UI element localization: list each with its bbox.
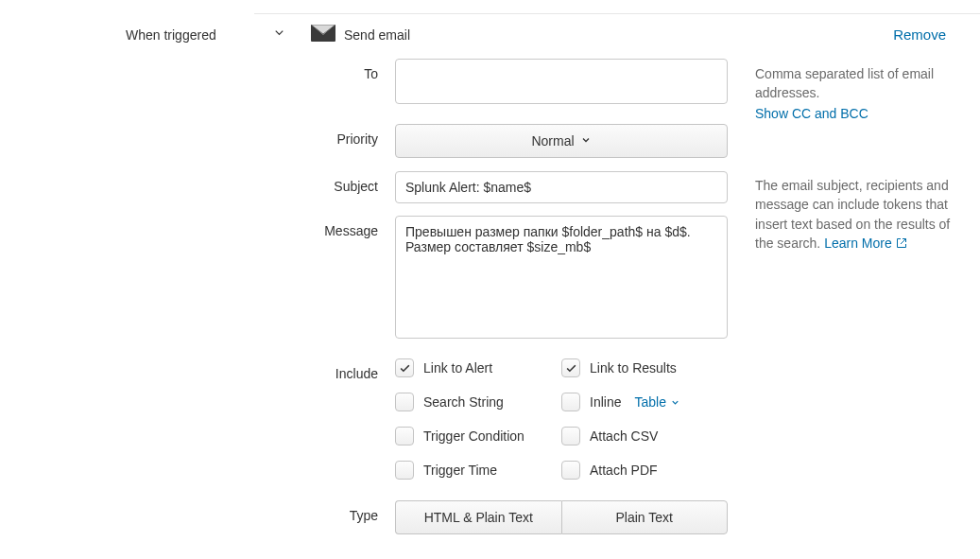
action-title: Send email [344, 27, 410, 43]
checkbox-link-to-results[interactable]: Link to Results [561, 358, 728, 377]
type-label: Type [0, 500, 395, 523]
type-option-plain[interactable]: Plain Text [561, 500, 729, 534]
checkbox-label: Search String [423, 394, 504, 410]
section-label: When triggered [126, 27, 216, 43]
type-segmented: HTML & Plain Text Plain Text [395, 500, 728, 534]
subject-label: Subject [0, 171, 395, 194]
checkbox-box [561, 461, 580, 480]
message-help: The email subject, recipients and messag… [755, 176, 963, 253]
checkbox-trigger-condition[interactable]: Trigger Condition [395, 427, 561, 445]
checkbox-box [395, 461, 414, 480]
inline-format-dropdown[interactable]: Table [634, 394, 679, 410]
divider [254, 13, 980, 14]
chevron-down-icon [575, 133, 592, 148]
checkbox-label: Trigger Condition [423, 428, 524, 444]
message-label: Message [0, 216, 395, 238]
checkbox-label: Trigger Time [423, 463, 497, 478]
to-input[interactable] [395, 59, 728, 104]
checkbox-inline[interactable]: InlineTable [561, 393, 728, 411]
priority-select[interactable]: Normal [395, 124, 728, 158]
message-input[interactable] [395, 216, 728, 339]
checkbox-box [395, 358, 414, 377]
checkbox-attach-csv[interactable]: Attach CSV [561, 427, 728, 445]
show-cc-bcc-link[interactable]: Show CC and BCC [755, 106, 868, 121]
collapse-toggle[interactable] [272, 26, 286, 43]
to-help: Comma separated list of email addresses. [755, 64, 963, 103]
include-label: Include [0, 358, 395, 381]
checkbox-box [395, 393, 414, 411]
remove-link[interactable]: Remove [893, 26, 946, 43]
type-option-html[interactable]: HTML & Plain Text [395, 500, 561, 534]
checkbox-box [561, 427, 580, 445]
chevron-down-icon [272, 27, 286, 43]
priority-label: Priority [0, 124, 395, 147]
checkbox-label: Inline [590, 394, 621, 410]
checkbox-box [395, 427, 414, 445]
email-icon [311, 25, 335, 44]
checkbox-trigger-time[interactable]: Trigger Time [395, 461, 561, 480]
subject-input[interactable] [395, 171, 728, 203]
checkbox-box [561, 358, 580, 377]
checkbox-label: Link to Results [590, 360, 677, 376]
checkbox-label: Link to Alert [423, 360, 492, 376]
checkbox-attach-pdf[interactable]: Attach PDF [561, 461, 728, 480]
priority-value: Normal [531, 133, 574, 148]
checkbox-box [561, 393, 580, 411]
checkbox-search-string[interactable]: Search String [395, 393, 561, 411]
to-label: To [0, 59, 395, 81]
checkbox-label: Attach PDF [590, 463, 658, 478]
learn-more-link[interactable]: Learn More [824, 236, 907, 251]
checkbox-link-to-alert[interactable]: Link to Alert [395, 358, 561, 377]
checkbox-label: Attach CSV [590, 428, 658, 444]
